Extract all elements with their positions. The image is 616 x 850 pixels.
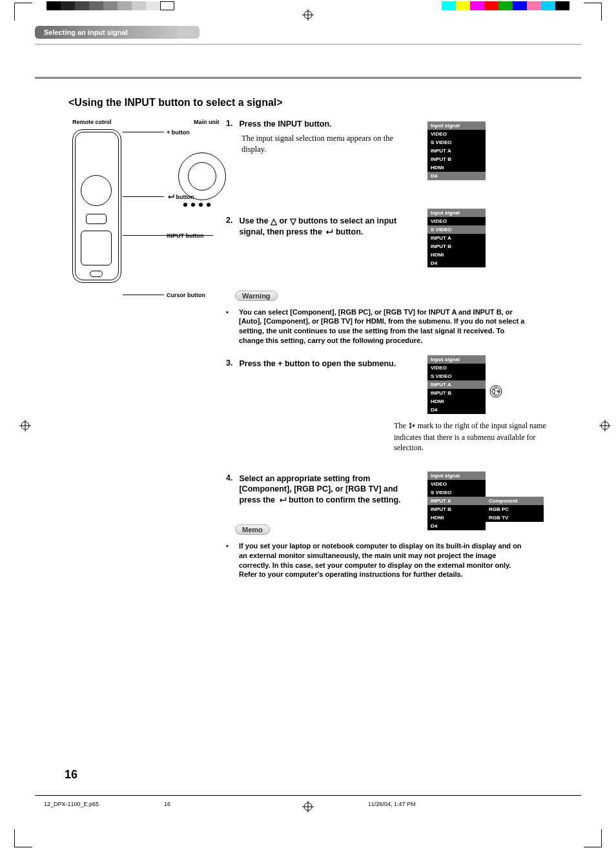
input-signal-table-1: Input signal VIDEO S VIDEO INPUT A INPUT… [427, 121, 486, 180]
leader-line [123, 196, 164, 197]
tables-column: Input signal VIDEO S VIDEO INPUT A INPUT… [417, 119, 581, 579]
page-title: <Using the INPUT button to select a sign… [68, 97, 581, 109]
table-header: Input signal [427, 472, 486, 480]
grayscale-blocks [46, 1, 174, 10]
table-row: D4 [427, 259, 486, 267]
table-row: D4 [427, 406, 486, 414]
crop-mark-icon [584, 829, 602, 847]
input-signal-table-4: Input signal VIDEO S VIDEO INPUT ACompon… [427, 472, 544, 530]
divider [35, 77, 581, 79]
table-row: D4 [427, 522, 486, 530]
memo-label: Memo [235, 524, 270, 535]
cursor-button-label: Cursor button [167, 292, 205, 298]
submenu-indicator-icon [489, 385, 502, 400]
submenu-option: RGB TV [486, 513, 544, 522]
steps-column: 1. Press the INPUT button. The input sig… [226, 119, 417, 579]
footer-file: 12_DPX-1100_E.p65 [44, 801, 99, 807]
warning-label: Warning [235, 291, 278, 301]
footer-page: 16 [164, 801, 170, 807]
page-content: Selecting an input signal <Using the INP… [35, 26, 581, 579]
table-row: VIDEO [427, 130, 486, 138]
registration-mark-icon [302, 801, 314, 815]
table-row: S VIDEO [427, 138, 486, 147]
table-row: INPUT B [427, 242, 486, 251]
section-tab: Selecting an input signal [35, 26, 200, 39]
table-row: INPUT B [427, 389, 486, 397]
step-title: Select an appropriate setting from [Comp… [239, 473, 417, 506]
footer-date: 11/26/04, 1:47 PM [368, 801, 416, 807]
step-title: Use the △ or ▽ buttons to select an inpu… [239, 216, 417, 239]
enter-icon [324, 228, 333, 238]
triangle-up-icon: △ [271, 216, 277, 227]
registration-mark-icon [19, 420, 31, 434]
step-4: 4. Select an appropriate setting from [C… [226, 473, 417, 506]
divider [35, 44, 581, 45]
table-row: VIDEO [427, 364, 486, 372]
leader-line [123, 295, 164, 295]
step-number: 1. [226, 119, 232, 129]
main-unit-label: Main unit [194, 119, 220, 125]
triangle-down-icon: ▽ [290, 216, 296, 227]
submenu-mark-icon [408, 422, 416, 432]
input-button-label: INPUT button [167, 233, 204, 239]
table-row: HDMI [427, 397, 486, 406]
table-header: Input signal [427, 209, 486, 217]
enter-icon [278, 496, 287, 506]
table-row: HDMI [427, 163, 486, 172]
main-unit-control-icon [178, 152, 226, 200]
table-row: D4 [427, 172, 486, 180]
crop-mark-icon [14, 829, 32, 847]
step-1: 1. Press the INPUT button. The input sig… [226, 119, 417, 155]
table-row: HDMI [427, 251, 486, 259]
submenu-option-selected: Component [486, 497, 544, 505]
table-row: INPUT A [427, 234, 486, 242]
submenu-option: RGB PC [486, 505, 544, 513]
leader-line [123, 132, 164, 132]
step-number: 4. [226, 473, 232, 506]
table-row: VIDEO [427, 217, 486, 225]
crop-mark-icon [14, 3, 32, 21]
table-row-selected: S VIDEO [427, 225, 486, 234]
table-header: Input signal [427, 121, 486, 130]
registration-mark-icon [599, 420, 611, 434]
input-signal-table-2: Input signal VIDEO S VIDEO INPUT A INPUT… [427, 209, 486, 267]
remote-diagram: Remote cotrol Main unit + button button … [68, 119, 226, 313]
enter-icon [167, 194, 174, 202]
table-row-selected: INPUT A [427, 380, 486, 389]
step-title: Press the + button to open the submenu. [239, 358, 417, 369]
step-2: 2. Use the △ or ▽ buttons to select an i… [226, 216, 417, 239]
step-body: The input signal selection menu appears … [241, 133, 417, 155]
step-number: 2. [226, 216, 232, 239]
remote-control-icon [72, 129, 121, 283]
step-title: Press the INPUT button. [239, 119, 417, 129]
input-signal-table-3: Input signal VIDEO S VIDEO INPUT A INPUT… [427, 355, 486, 414]
step-number: 3. [226, 358, 232, 369]
table-row: INPUT B [427, 155, 486, 163]
table-header: Input signal [427, 355, 486, 364]
color-blocks [442, 1, 570, 10]
footer-divider [35, 795, 581, 796]
table-row-selected: INPUT A [427, 497, 486, 505]
table-row: S VIDEO [427, 372, 486, 380]
plus-button-label: + button [167, 129, 190, 136]
table-row: INPUT B [427, 505, 486, 513]
table-row: VIDEO [427, 480, 486, 488]
page-number: 16 [65, 768, 77, 782]
step-3: 3. Press the + button to open the submen… [226, 358, 417, 369]
table-row: HDMI [427, 513, 486, 522]
crop-mark-icon [584, 3, 602, 21]
registration-mark-icon [302, 9, 314, 23]
table-row: INPUT A [427, 147, 486, 155]
submenu-note: The mark to the right of the input signa… [394, 420, 549, 453]
table-row: S VIDEO [427, 488, 486, 497]
leader-line [123, 235, 213, 236]
main-unit-leds [183, 203, 210, 207]
remote-label: Remote cotrol [72, 119, 112, 125]
